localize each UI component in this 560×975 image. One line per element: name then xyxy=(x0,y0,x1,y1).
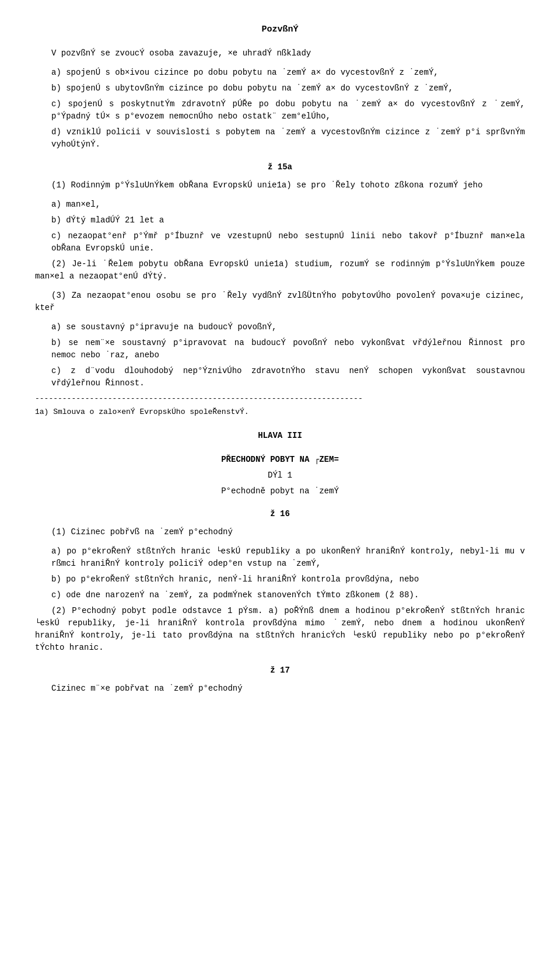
paragraph-15a-heading: ž 15a xyxy=(35,161,525,173)
list-15a-text-c: nezaopat°enř p°Ýmř p°Íbuznř ve vzestupnÚ… xyxy=(51,231,525,253)
list-16-b: b) po p°ekroŘenÝ stßtnÝch hranic, nenÝ-l… xyxy=(51,573,525,586)
dil1-text: P°echodně pobyt na ˙zemÝ xyxy=(35,485,525,497)
page-title: PozvßnÝ xyxy=(35,23,525,37)
list-16-text-b: po p°ekroŘenÝ stßtnÝch hranic, nenÝ-li h… xyxy=(66,574,419,584)
para-15a-1: (1) Rodinným p°ÝsluUnÝkem obŘana Evropsk… xyxy=(35,179,525,191)
list-item-c: c) spojenÚ s poskytnutÝm zdravotnÝ pÚŘe … xyxy=(51,98,525,123)
list-15a-a: a) man×el, xyxy=(51,199,525,211)
list-16-c: c) ode dne narozenÝ na ˙zemÝ, za podmÝne… xyxy=(51,589,525,601)
list-15a-label-a: a) xyxy=(51,200,61,209)
paragraph-17-heading: ž 17 xyxy=(35,664,525,677)
list-16-label-a: a) xyxy=(51,546,61,556)
list-15a-c: c) nezaopat°enř p°Ýmř p°Íbuznř ve vzestu… xyxy=(51,230,525,255)
para-15a-3: (3) Za nezaopat°enou osobu se pro ˙Řely … xyxy=(35,290,525,314)
list-label-d: d) xyxy=(51,127,61,137)
footnote-divider: ----------------------------------------… xyxy=(35,393,525,405)
list-15a-3-text-c: z d¨vodu dlouhodobý nep°ÝznivÚho zdravot… xyxy=(51,366,525,388)
list-15a-label-b: b) xyxy=(51,215,61,225)
list-item-a: a) spojenÚ s ob×ivou cizince po dobu pob… xyxy=(51,67,525,79)
list-label-a: a) xyxy=(51,68,61,77)
list-item-d: d) vzniklÚ policii v souvislosti s pobyt… xyxy=(51,126,525,151)
list-15a-text-b: dÝtý mladÚÝ 21 let a xyxy=(66,215,164,225)
list-16-label-b: b) xyxy=(51,574,61,584)
list-15a-b: b) dÝtý mladÚÝ 21 let a xyxy=(51,214,525,227)
page-content: PozvßnÝ V pozvßnÝ se zvoucÝ osoba zavazu… xyxy=(35,23,525,695)
list-text-a: spojenÚ s ob×ivou cizince po dobu pobytu… xyxy=(66,68,439,77)
list-item-b: b) spojenÚ s ubytovßnÝm cizince po dobu … xyxy=(51,82,525,95)
para-16-1: (1) Cizinec pobřvß na ˙zemÝ p°echodný xyxy=(35,526,525,538)
list-label-c: c) xyxy=(51,99,61,109)
para-17-1: Cizinec m¨×e pobřvat na ˙zemÝ p°echodný xyxy=(35,682,525,695)
list-15a-3-text-a: se soustavný p°ipravuje na budoucÝ povoß… xyxy=(66,322,276,332)
list-16-label-c: c) xyxy=(51,590,61,600)
list-15a-text-a: man×el, xyxy=(66,200,100,209)
list-15a-3-label-a: a) xyxy=(51,322,61,332)
list-15a-3-label-b: b) xyxy=(51,338,61,347)
list-15a-label-c: c) xyxy=(51,231,61,241)
list-15a-3-label-c: c) xyxy=(51,366,61,375)
list-label-b: b) xyxy=(51,83,61,93)
list-15a-3a: a) se soustavný p°ipravuje na budoucÝ po… xyxy=(51,321,525,333)
dil1-label: DÝl 1 xyxy=(35,469,525,482)
list-16-text-c: ode dne narozenÝ na ˙zemÝ, za podmÝnek s… xyxy=(66,590,419,600)
list-16-a: a) po p°ekroŘenÝ stßtnÝch hranic └eskÚ r… xyxy=(51,545,525,570)
para-15a-2: (2) Je-li ˙Řelem pobytu obŘana EvropskÚ … xyxy=(35,258,525,283)
list-text-c: spojenÚ s poskytnutÝm zdravotnÝ pÚŘe po … xyxy=(51,99,525,121)
intro-paragraph: V pozvßnÝ se zvoucÝ osoba zavazuje, ×e u… xyxy=(35,47,525,60)
footnote-text: 1a) Smlouva o zalo×enÝ EvropskÚho spoleŘ… xyxy=(35,406,525,418)
paragraph-16-heading: ž 16 xyxy=(35,508,525,520)
list-15a-3c: c) z d¨vodu dlouhodobý nep°ÝznivÚho zdra… xyxy=(51,365,525,389)
hlava3-heading1: HLAVA III xyxy=(35,430,525,442)
list-15a-3-text-b: se nem¨×e soustavný p°ipravovat na budou… xyxy=(51,338,525,360)
hlava3-heading2: PŘECHODNý POBYT NA ┌ZEM= xyxy=(35,454,525,466)
list-16-text-a: po p°ekroŘenÝ stßtnÝch hranic └eskÚ repu… xyxy=(51,546,525,568)
list-text-d: vzniklÚ policii v souvislosti s pobytem … xyxy=(51,127,525,149)
list-text-b: spojenÚ s ubytovßnÝm cizince po dobu pob… xyxy=(66,83,453,93)
para-16-2: (2) P°echodný pobyt podle odstavce 1 pÝs… xyxy=(35,605,525,654)
list-15a-3b: b) se nem¨×e soustavný p°ipravovat na bu… xyxy=(51,337,525,361)
